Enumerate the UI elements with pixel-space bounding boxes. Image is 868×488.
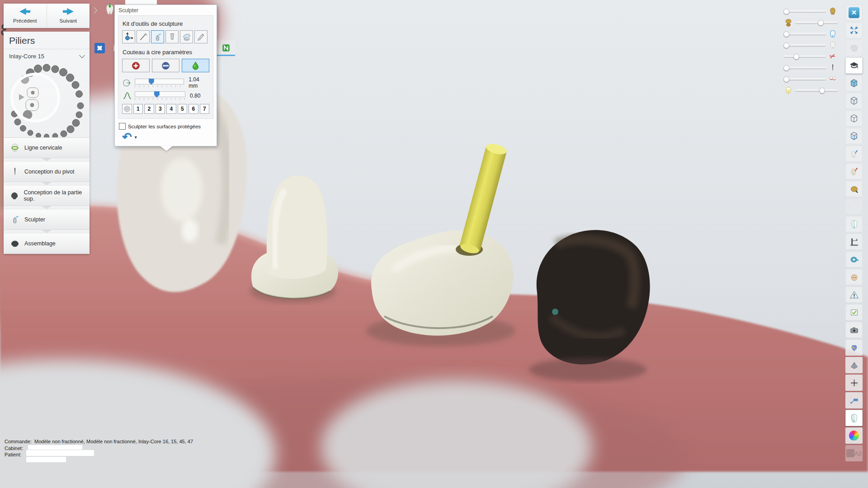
preset-globe-icon[interactable] xyxy=(122,104,132,114)
visibility-slider-margin-teeth-icon[interactable] xyxy=(783,73,838,84)
visibility-slider-antagonist-gold-icon[interactable] xyxy=(783,17,838,28)
visibility-slider-post-visibility-icon[interactable] xyxy=(783,62,838,73)
page-title: Piliers xyxy=(4,32,90,49)
warning-icon[interactable] xyxy=(845,286,863,303)
tooth-arch-overview[interactable] xyxy=(4,61,90,137)
sidebar-step-label: Assemblage xyxy=(24,240,56,247)
cube-back-icon[interactable] xyxy=(845,110,863,127)
radius-slider-handle[interactable] xyxy=(149,79,154,85)
preset-button-6[interactable]: 6 xyxy=(189,104,198,114)
close-icon[interactable]: ✕ xyxy=(845,5,863,21)
visibility-slider-track[interactable] xyxy=(783,44,826,46)
patient-photo-icon[interactable] xyxy=(845,269,863,285)
checkbox-icon[interactable] xyxy=(119,123,126,130)
visibility-slider-wax-tooth-icon[interactable] xyxy=(783,84,838,96)
cube-front-icon[interactable] xyxy=(845,93,863,109)
shape-slider-row: 0.80 xyxy=(122,91,209,100)
visibility-slider-track[interactable] xyxy=(783,78,826,80)
visibility-slider-adjacent-tooth-icon[interactable] xyxy=(783,39,838,51)
view-pyramid-icon[interactable] xyxy=(845,357,863,373)
preset-button-4[interactable]: 4 xyxy=(166,104,176,114)
visibility-slider-knob[interactable] xyxy=(783,76,789,82)
visibility-slider-knob[interactable] xyxy=(783,42,789,48)
sidebar-step-ligne-cervicale[interactable]: Ligne cervicale xyxy=(4,138,90,158)
attachment-tool-icon[interactable] xyxy=(165,30,179,43)
sidebar-step-assemblage[interactable]: Assemblage xyxy=(4,234,90,254)
restoration-selector[interactable]: Inlay-Core 15 xyxy=(4,49,90,61)
previous-button[interactable]: Précédent xyxy=(4,4,47,28)
training-icon[interactable] xyxy=(845,57,863,74)
selected-tooth-15[interactable] xyxy=(27,88,38,98)
pick-blue-icon[interactable] xyxy=(845,145,863,162)
preset-button-1[interactable]: 1 xyxy=(133,104,143,114)
add-material-icon[interactable] xyxy=(122,59,150,72)
sidebar-step-conception-partie-sup[interactable]: Conception de la partie sup. xyxy=(4,186,90,206)
visibility-slider-track[interactable] xyxy=(795,89,838,91)
pick-red-icon[interactable] xyxy=(845,163,863,179)
selected-tooth-16[interactable] xyxy=(26,99,38,111)
approve-icon[interactable] xyxy=(845,304,863,320)
preset-button-3[interactable]: 3 xyxy=(156,104,165,114)
visibility-slider-knob[interactable] xyxy=(819,88,825,94)
link-model-icon[interactable] xyxy=(845,40,863,56)
undo-row: ↶ ▾ xyxy=(122,132,213,141)
fit-view-icon[interactable] xyxy=(845,22,863,38)
sidebar-step-conception-du-pivot[interactable]: Conception du pivot xyxy=(4,162,90,182)
measure-tape-icon[interactable] xyxy=(845,251,863,267)
crown-gold-icon xyxy=(828,7,838,15)
radius-slider[interactable] xyxy=(135,79,184,84)
shape-slider[interactable] xyxy=(135,91,185,97)
shape-slider-handle[interactable] xyxy=(154,91,160,98)
sidebar-step-sculpter[interactable]: Sculpter xyxy=(4,210,90,230)
section-tooth-icon[interactable] xyxy=(845,216,863,232)
undo-dropdown-icon[interactable]: ▾ xyxy=(135,135,137,140)
radius-slider-ticks xyxy=(135,85,184,87)
transform-tool-icon[interactable] xyxy=(122,30,135,43)
step-separator xyxy=(4,158,90,162)
plane-cut-tool-icon[interactable] xyxy=(180,30,193,43)
camera-icon[interactable] xyxy=(845,322,863,338)
visibility-slider-track[interactable] xyxy=(795,22,838,23)
next-button[interactable]: Suivant xyxy=(47,4,90,28)
airbrush-tool-icon[interactable] xyxy=(151,30,164,43)
undo-icon[interactable]: ↶ xyxy=(122,132,132,141)
preset-button-5[interactable]: 5 xyxy=(178,104,188,114)
cabinet-redaction-2 xyxy=(26,450,94,456)
visibility-slider-knob[interactable] xyxy=(783,9,789,14)
visibility-slider-scan-cut-icon[interactable]: ✂ xyxy=(783,51,838,62)
articulator-icon[interactable] xyxy=(845,234,863,250)
chevron-notch xyxy=(42,158,52,161)
sculpt-dialog[interactable]: Sculpter Kit d'outils de sculpture Coute… xyxy=(114,5,217,146)
pick-gold-icon[interactable] xyxy=(845,181,863,197)
post-icon xyxy=(10,167,20,176)
visibility-slider-knob[interactable] xyxy=(783,31,789,37)
transparency-icon[interactable] xyxy=(845,410,863,426)
shade-a2-icon[interactable]: A2 xyxy=(845,445,863,461)
remove-material-icon[interactable] xyxy=(152,59,179,72)
butterfly-icon[interactable] xyxy=(90,40,108,56)
annotation-icon[interactable] xyxy=(845,392,863,408)
visibility-slider-knob[interactable] xyxy=(793,54,799,60)
occlusion-compass-icon[interactable] xyxy=(845,375,863,391)
cube-eye-icon[interactable] xyxy=(845,128,863,144)
favorite-wand-icon[interactable] xyxy=(845,339,863,356)
preset-button-2[interactable]: 2 xyxy=(144,104,154,114)
color-wheel-icon[interactable] xyxy=(845,427,863,444)
visibility-slider-knob[interactable] xyxy=(783,65,789,71)
cube-solid-icon[interactable] xyxy=(845,75,863,91)
smooth-drop-icon[interactable] xyxy=(182,59,209,72)
designer-icon[interactable] xyxy=(217,40,235,56)
visibility-slider-track[interactable] xyxy=(783,67,826,69)
ghost-tooth-icon[interactable] xyxy=(845,198,863,215)
preset-button-7[interactable]: 7 xyxy=(200,104,210,114)
margin-teeth-icon xyxy=(828,75,838,83)
wax-knife-tool-icon[interactable] xyxy=(137,30,150,43)
visibility-slider-knob[interactable] xyxy=(818,20,824,26)
visibility-slider-crown-gold-icon[interactable] xyxy=(783,5,838,17)
carve-tool-icon[interactable] xyxy=(194,30,208,43)
visibility-slider-track[interactable] xyxy=(783,56,826,57)
visibility-slider-track[interactable] xyxy=(783,33,826,35)
visibility-slider-prepared-tooth-icon[interactable] xyxy=(783,28,838,39)
visibility-slider-track[interactable] xyxy=(783,10,826,12)
protected-surfaces-checkbox[interactable]: Sculpter les surfaces protégées xyxy=(119,123,213,130)
